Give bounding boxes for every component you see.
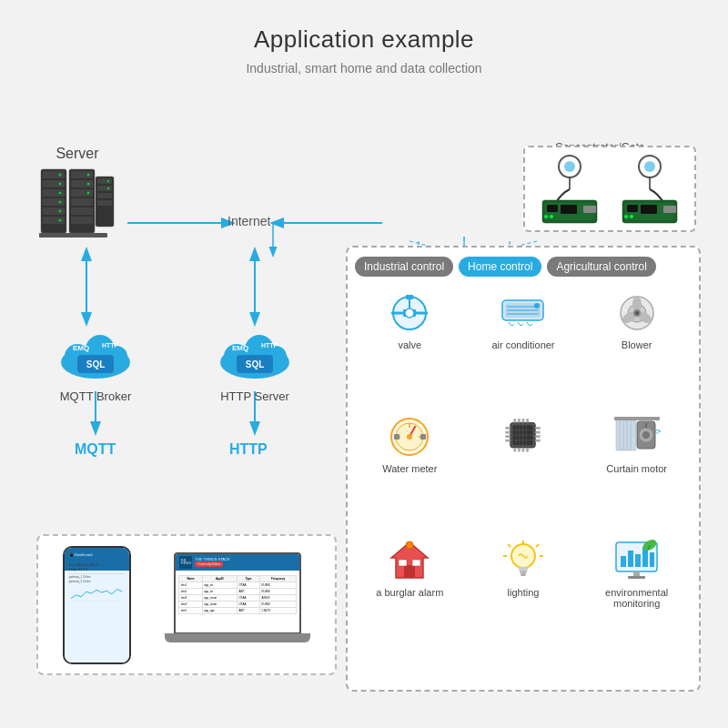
svg-rect-147 <box>522 447 525 451</box>
valve-icon <box>387 293 432 334</box>
svg-rect-53 <box>97 193 112 198</box>
ac-label: air conditioner <box>491 339 554 350</box>
svg-rect-139 <box>536 435 541 438</box>
svg-rect-123 <box>420 434 426 440</box>
http-block: EMQ HTTP SQL HTTP Server <box>205 328 305 403</box>
svg-point-77 <box>630 215 633 218</box>
control-panel: Industrial control Home control Agricult… <box>346 246 701 692</box>
svg-rect-45 <box>71 207 93 215</box>
svg-text:SQL: SQL <box>86 359 106 369</box>
svg-point-164 <box>406 541 413 549</box>
svg-rect-73 <box>663 206 676 213</box>
http-server-label: HTTP Server <box>205 389 305 403</box>
env-monitor-label: environmentalmonitoring <box>605 587 668 609</box>
mqtt-block: EMQ HTTP SQL MQTT Broker <box>46 328 146 403</box>
tab-agricultural[interactable]: Agricultural control <box>547 257 655 277</box>
svg-rect-146 <box>518 447 521 451</box>
svg-point-55 <box>107 180 109 182</box>
water-meter-label: Water meter <box>382 463 437 474</box>
svg-point-56 <box>107 187 109 189</box>
svg-rect-52 <box>97 186 112 191</box>
svg-rect-122 <box>394 434 399 440</box>
control-items-grid: valve <box>348 277 699 668</box>
svg-line-170 <box>508 544 511 547</box>
http-text-label: HTTP <box>229 441 268 458</box>
svg-point-151 <box>642 431 650 439</box>
laptop-mockup: THETHINGS THE THINGS STACK Community Edi… <box>165 552 310 657</box>
burglar-alarm-icon <box>387 538 432 583</box>
lighting-label: lighting <box>508 587 540 598</box>
svg-rect-75 <box>641 205 657 214</box>
svg-point-48 <box>87 183 90 186</box>
svg-text:⟳: ⟳ <box>655 428 662 436</box>
svg-text:HTTP: HTTP <box>102 342 119 349</box>
blower-icon <box>614 293 660 334</box>
svg-rect-64 <box>547 205 558 212</box>
tab-home[interactable]: Home control <box>459 257 541 277</box>
control-item-water-meter: Water meter <box>357 414 463 531</box>
svg-rect-167 <box>520 571 527 573</box>
svg-rect-133 <box>506 427 511 430</box>
svg-rect-144 <box>527 418 530 422</box>
svg-rect-166 <box>519 567 528 571</box>
control-item-alarm: a burglar alarm <box>357 538 463 654</box>
svg-point-69 <box>644 161 655 172</box>
svg-rect-135 <box>506 435 511 438</box>
svg-point-47 <box>87 174 90 177</box>
chip-icon <box>498 412 548 462</box>
svg-rect-163 <box>412 560 420 566</box>
page: Application example Industrial, smart ho… <box>0 0 728 728</box>
control-item-blower: Blower <box>583 290 690 407</box>
control-item-chip <box>470 414 577 531</box>
gateway-device-2 <box>613 153 686 226</box>
ac-icon <box>498 293 548 334</box>
gateway-device-1 <box>533 153 606 226</box>
svg-point-49 <box>87 192 90 195</box>
control-item-curtain: ⟳ Curtain motor <box>583 414 690 531</box>
svg-rect-140 <box>536 439 541 441</box>
svg-point-67 <box>550 215 553 218</box>
svg-rect-145 <box>514 447 517 451</box>
control-tabs: Industrial control Home control Agricult… <box>355 257 692 277</box>
server-block: Server <box>36 146 118 244</box>
mqtt-cloud-icon: EMQ HTTP SQL <box>55 328 136 382</box>
svg-rect-65 <box>561 205 577 214</box>
lighting-icon <box>500 538 546 583</box>
tab-industrial[interactable]: Industrial control <box>355 257 453 277</box>
svg-rect-182 <box>633 571 640 576</box>
svg-point-97 <box>405 308 414 318</box>
svg-rect-137 <box>536 427 541 430</box>
control-item-valve: valve <box>357 290 463 407</box>
page-title: Application example <box>0 0 728 54</box>
svg-rect-136 <box>506 439 511 441</box>
server-icon <box>36 167 118 240</box>
svg-point-110 <box>632 297 642 311</box>
alarm-label: a burglar alarm <box>376 587 443 598</box>
control-item-ac: air conditioner <box>470 290 577 407</box>
internet-label: Internet <box>228 214 270 228</box>
http-cloud-icon: EMQ HTTP SQL <box>214 328 296 382</box>
svg-rect-74 <box>627 205 638 212</box>
svg-rect-179 <box>650 552 654 567</box>
env-monitor-icon <box>612 538 662 583</box>
svg-text:EMQ: EMQ <box>232 344 248 352</box>
svg-point-34 <box>59 174 62 177</box>
svg-point-107 <box>534 303 540 308</box>
curtain-motor-icon: ⟳ <box>612 414 662 460</box>
svg-rect-46 <box>71 217 93 224</box>
svg-point-36 <box>59 192 62 195</box>
svg-point-59 <box>564 161 575 172</box>
blower-label: Blower <box>622 339 652 350</box>
valve-label: valve <box>398 339 421 350</box>
svg-line-171 <box>536 544 539 547</box>
svg-rect-142 <box>518 418 521 422</box>
svg-rect-153 <box>616 419 636 450</box>
water-meter-icon <box>385 414 435 460</box>
svg-rect-175 <box>621 556 626 567</box>
svg-rect-158 <box>614 417 660 420</box>
svg-rect-54 <box>97 200 112 206</box>
phone-mockup: 📱 Dashboard CO: 340.5/14.2/31.57 Temp: 2… <box>63 546 131 664</box>
svg-rect-141 <box>514 418 517 422</box>
svg-rect-183 <box>628 576 645 579</box>
svg-rect-51 <box>97 178 112 184</box>
